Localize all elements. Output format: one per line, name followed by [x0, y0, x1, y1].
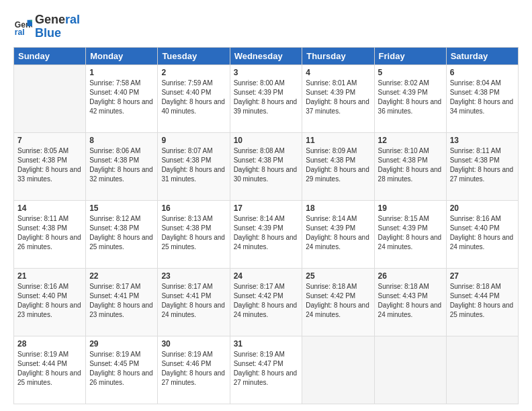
calendar-cell: 26 Sunrise: 8:18 AM Sunset: 4:43 PM Dayl… — [374, 268, 446, 336]
day-number: 12 — [378, 136, 443, 145]
day-info: Sunrise: 8:07 AM Sunset: 4:38 PM Dayligh… — [161, 146, 226, 184]
day-info: Sunrise: 8:15 AM Sunset: 4:39 PM Dayligh… — [378, 214, 443, 252]
day-info: Sunrise: 8:10 AM Sunset: 4:38 PM Dayligh… — [378, 146, 443, 184]
day-number: 7 — [17, 136, 82, 145]
day-number: 29 — [89, 339, 154, 349]
calendar-cell: 15 Sunrise: 8:12 AM Sunset: 4:38 PM Dayl… — [86, 200, 158, 268]
weekday-header: Wednesday — [230, 47, 302, 64]
day-info: Sunrise: 8:08 AM Sunset: 4:38 PM Dayligh… — [234, 146, 299, 184]
svg-text:ral: ral — [15, 28, 25, 36]
calendar-body: 1 Sunrise: 7:58 AM Sunset: 4:40 PM Dayli… — [14, 64, 519, 404]
calendar-cell: 23 Sunrise: 8:17 AM Sunset: 4:41 PM Dayl… — [158, 268, 230, 336]
header: Gene ral General Blue — [13, 13, 519, 40]
calendar-week-row: 1 Sunrise: 7:58 AM Sunset: 4:40 PM Dayli… — [14, 64, 519, 132]
day-number: 25 — [306, 271, 370, 281]
calendar-header: SundayMondayTuesdayWednesdayThursdayFrid… — [14, 47, 519, 64]
day-info: Sunrise: 8:17 AM Sunset: 4:41 PM Dayligh… — [89, 282, 154, 320]
day-info: Sunrise: 8:18 AM Sunset: 4:42 PM Dayligh… — [306, 282, 370, 320]
day-number: 11 — [306, 136, 370, 145]
day-info: Sunrise: 8:17 AM Sunset: 4:41 PM Dayligh… — [161, 282, 226, 320]
day-info: Sunrise: 8:04 AM Sunset: 4:38 PM Dayligh… — [450, 79, 515, 116]
calendar-cell: 11 Sunrise: 8:09 AM Sunset: 4:38 PM Dayl… — [302, 132, 374, 200]
calendar-cell: 8 Sunrise: 8:06 AM Sunset: 4:38 PM Dayli… — [86, 132, 158, 200]
calendar-cell: 18 Sunrise: 8:14 AM Sunset: 4:39 PM Dayl… — [302, 200, 374, 268]
day-number: 24 — [234, 271, 299, 281]
day-number: 2 — [161, 68, 226, 77]
calendar-cell: 14 Sunrise: 8:11 AM Sunset: 4:38 PM Dayl… — [14, 200, 86, 268]
weekday-header: Thursday — [302, 47, 374, 64]
calendar-week-row: 7 Sunrise: 8:05 AM Sunset: 4:38 PM Dayli… — [14, 132, 519, 200]
day-number: 6 — [450, 68, 515, 77]
day-info: Sunrise: 8:06 AM Sunset: 4:38 PM Dayligh… — [89, 146, 154, 184]
calendar-cell — [446, 336, 518, 404]
day-info: Sunrise: 8:19 AM Sunset: 4:45 PM Dayligh… — [89, 350, 154, 387]
day-info: Sunrise: 8:05 AM Sunset: 4:38 PM Dayligh… — [17, 146, 82, 184]
day-info: Sunrise: 8:16 AM Sunset: 4:40 PM Dayligh… — [17, 282, 82, 320]
day-info: Sunrise: 8:14 AM Sunset: 4:39 PM Dayligh… — [306, 214, 370, 252]
day-number: 27 — [450, 271, 515, 281]
calendar-cell: 21 Sunrise: 8:16 AM Sunset: 4:40 PM Dayl… — [14, 268, 86, 336]
day-number: 28 — [17, 339, 82, 349]
day-info: Sunrise: 7:59 AM Sunset: 4:40 PM Dayligh… — [161, 79, 226, 116]
calendar-week-row: 21 Sunrise: 8:16 AM Sunset: 4:40 PM Dayl… — [14, 268, 519, 336]
day-number: 4 — [306, 68, 370, 77]
calendar-cell: 31 Sunrise: 8:19 AM Sunset: 4:47 PM Dayl… — [230, 336, 302, 404]
day-number: 19 — [378, 203, 443, 213]
calendar-cell — [374, 336, 446, 404]
weekday-header: Monday — [86, 47, 158, 64]
day-info: Sunrise: 8:11 AM Sunset: 4:38 PM Dayligh… — [450, 146, 515, 184]
calendar-table: SundayMondayTuesdayWednesdayThursdayFrid… — [13, 47, 519, 404]
calendar-cell — [14, 64, 86, 132]
day-number: 30 — [161, 339, 226, 349]
calendar-cell: 20 Sunrise: 8:16 AM Sunset: 4:40 PM Dayl… — [446, 200, 518, 268]
day-info: Sunrise: 8:18 AM Sunset: 4:43 PM Dayligh… — [378, 282, 443, 320]
calendar-cell: 17 Sunrise: 8:14 AM Sunset: 4:39 PM Dayl… — [230, 200, 302, 268]
calendar-cell: 30 Sunrise: 8:19 AM Sunset: 4:46 PM Dayl… — [158, 336, 230, 404]
day-info: Sunrise: 8:12 AM Sunset: 4:38 PM Dayligh… — [89, 214, 154, 252]
calendar-cell: 29 Sunrise: 8:19 AM Sunset: 4:45 PM Dayl… — [86, 336, 158, 404]
page: Gene ral General Blue SundayMondayTuesda… — [0, 0, 532, 411]
calendar-cell: 25 Sunrise: 8:18 AM Sunset: 4:42 PM Dayl… — [302, 268, 374, 336]
day-info: Sunrise: 8:19 AM Sunset: 4:46 PM Dayligh… — [161, 350, 226, 387]
logo-text: General Blue — [35, 13, 80, 40]
day-number: 1 — [89, 68, 154, 77]
day-info: Sunrise: 8:11 AM Sunset: 4:38 PM Dayligh… — [17, 214, 82, 252]
day-number: 3 — [234, 68, 299, 77]
calendar-cell: 16 Sunrise: 8:13 AM Sunset: 4:38 PM Dayl… — [158, 200, 230, 268]
day-number: 17 — [234, 203, 299, 213]
calendar-cell: 19 Sunrise: 8:15 AM Sunset: 4:39 PM Dayl… — [374, 200, 446, 268]
logo: Gene ral General Blue — [13, 13, 80, 40]
day-number: 20 — [450, 203, 515, 213]
calendar-cell: 7 Sunrise: 8:05 AM Sunset: 4:38 PM Dayli… — [14, 132, 86, 200]
calendar-week-row: 14 Sunrise: 8:11 AM Sunset: 4:38 PM Dayl… — [14, 200, 519, 268]
day-info: Sunrise: 8:09 AM Sunset: 4:38 PM Dayligh… — [306, 146, 370, 184]
day-info: Sunrise: 8:16 AM Sunset: 4:40 PM Dayligh… — [450, 214, 515, 252]
day-number: 31 — [234, 339, 299, 349]
calendar-cell: 1 Sunrise: 7:58 AM Sunset: 4:40 PM Dayli… — [86, 64, 158, 132]
day-info: Sunrise: 8:02 AM Sunset: 4:39 PM Dayligh… — [378, 79, 443, 116]
day-number: 13 — [450, 136, 515, 145]
day-info: Sunrise: 8:14 AM Sunset: 4:39 PM Dayligh… — [234, 214, 299, 252]
day-info: Sunrise: 8:19 AM Sunset: 4:44 PM Dayligh… — [17, 350, 82, 387]
day-number: 9 — [161, 136, 226, 145]
day-number: 26 — [378, 271, 443, 281]
day-number: 8 — [89, 136, 154, 145]
day-info: Sunrise: 8:00 AM Sunset: 4:39 PM Dayligh… — [234, 79, 299, 116]
calendar-cell — [302, 336, 374, 404]
calendar-cell: 28 Sunrise: 8:19 AM Sunset: 4:44 PM Dayl… — [14, 336, 86, 404]
day-number: 14 — [17, 203, 82, 213]
weekday-header: Friday — [374, 47, 446, 64]
calendar-cell: 6 Sunrise: 8:04 AM Sunset: 4:38 PM Dayli… — [446, 64, 518, 132]
day-info: Sunrise: 8:18 AM Sunset: 4:44 PM Dayligh… — [450, 282, 515, 320]
day-number: 10 — [234, 136, 299, 145]
calendar-cell: 12 Sunrise: 8:10 AM Sunset: 4:38 PM Dayl… — [374, 132, 446, 200]
day-info: Sunrise: 8:19 AM Sunset: 4:47 PM Dayligh… — [234, 350, 299, 387]
day-info: Sunrise: 8:01 AM Sunset: 4:39 PM Dayligh… — [306, 79, 370, 116]
weekday-header: Tuesday — [158, 47, 230, 64]
calendar-cell: 3 Sunrise: 8:00 AM Sunset: 4:39 PM Dayli… — [230, 64, 302, 132]
calendar-cell: 27 Sunrise: 8:18 AM Sunset: 4:44 PM Dayl… — [446, 268, 518, 336]
weekday-header: Sunday — [14, 47, 86, 64]
day-number: 18 — [306, 203, 370, 213]
calendar-cell: 13 Sunrise: 8:11 AM Sunset: 4:38 PM Dayl… — [446, 132, 518, 200]
day-info: Sunrise: 7:58 AM Sunset: 4:40 PM Dayligh… — [89, 79, 154, 116]
